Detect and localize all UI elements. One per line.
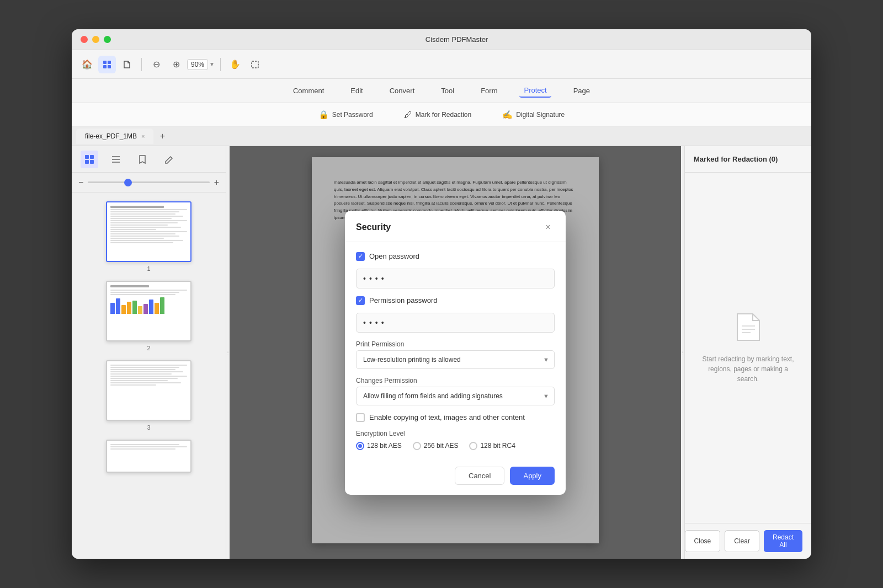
sidebar-left: − + [72,146,226,559]
zoom-out-button[interactable]: ⊖ [147,56,165,73]
sidebar-tools [72,146,226,173]
list-view-button[interactable] [107,151,125,168]
zoom-dropdown-icon[interactable]: ▼ [209,61,215,67]
menu-comment[interactable]: Comment [289,84,328,97]
checkmark-icon2: ✓ [358,297,363,304]
menu-edit[interactable]: Edit [346,84,367,97]
page-thumbnail-3[interactable]: 3 [106,360,192,431]
hand-tool-button[interactable]: ✋ [226,56,244,73]
tab-close-button[interactable]: × [141,133,145,140]
home-button[interactable]: 🏠 [78,56,96,73]
protect-toolbar: 🔒 Set Password 🖊 Mark for Redaction ✍ Di… [72,103,811,126]
radio-dot [358,444,362,448]
page-thumbnail-4[interactable] [106,440,192,473]
right-sidebar-footer: Close Clear Redact All [685,523,811,559]
redaction-icon: 🖊 [404,110,412,119]
enc-rc4128-label: 128 bit RC4 [480,442,515,450]
thumbnail-view-button[interactable] [81,151,98,168]
encryption-options: 128 bit AES 256 bit AES 128 bit RC4 [356,442,555,450]
menu-bar: Comment Edit Convert Tool Form Protect P… [72,79,811,103]
changes-permission-select[interactable]: Allow filling of form fields and adding … [356,387,555,405]
print-permission-section: Print Permission Low-resolution printing… [356,340,555,369]
zoom-slider[interactable] [88,181,209,183]
enc-rc4128-radio[interactable] [469,442,477,450]
maximize-window-button[interactable] [104,36,111,43]
enc-aes128-radio[interactable] [356,442,364,450]
lock-icon: 🔒 [318,110,329,120]
permission-password-row: ✓ Permission password [356,296,555,305]
active-tab[interactable]: file-ex_PDF_1MB × [76,129,153,144]
close-button[interactable]: Close [685,530,721,552]
annotate-button[interactable] [160,151,178,168]
zoom-level[interactable]: 90% [187,59,208,70]
svg-rect-5 [85,155,89,159]
svg-rect-2 [103,65,107,68]
redact-all-button[interactable]: Redact All [764,530,802,552]
zoom-in-button[interactable]: ⊕ [167,56,185,73]
mark-redaction-button[interactable]: 🖊 Mark for Redaction [400,108,476,121]
menu-protect[interactable]: Protect [519,84,551,98]
page-thumbnail-2[interactable]: 2 [106,281,192,351]
svg-rect-7 [85,160,89,164]
page-thumbnail-1[interactable]: 1 [106,201,192,272]
zoom-minus-button[interactable]: − [78,178,83,188]
open-password-label: Open password [369,252,419,260]
set-password-button[interactable]: 🔒 Set Password [314,108,377,122]
enc-aes256-option[interactable]: 256 bit AES [413,442,459,450]
close-window-button[interactable] [81,36,88,43]
permission-password-input[interactable] [356,313,555,333]
svg-rect-3 [108,65,111,68]
checkmark-icon: ✓ [358,253,363,260]
page-1-number: 1 [147,265,150,272]
security-modal: Security × ✓ Open password [345,211,566,495]
encryption-section: Encryption Level 128 bit AES [356,430,555,450]
permission-password-label: Permission password [369,296,438,304]
print-permission-select[interactable]: Low-resolution printing is allowed [356,350,555,369]
open-password-input[interactable] [356,269,555,288]
modal-close-button[interactable]: × [541,221,555,234]
zoom-slider-row: − + [72,173,226,193]
enc-aes128-option[interactable]: 128 bit AES [356,442,402,450]
print-permission-value: Low-resolution printing is allowed [363,356,461,364]
page-4-frame[interactable] [106,440,192,473]
app-title: Cisdem PDFMaster [111,35,802,44]
apply-button[interactable]: Apply [510,467,555,485]
menu-tool[interactable]: Tool [437,84,459,97]
set-password-label: Set Password [332,111,373,119]
digital-signature-button[interactable]: ✍ Digital Signature [498,108,569,122]
new-tab-button[interactable]: + [156,130,169,143]
print-permission-select-row: Low-resolution printing is allowed ▼ [356,350,555,369]
traffic-lights [81,36,111,43]
separator [141,58,142,71]
minimize-window-button[interactable] [92,36,99,43]
copy-content-checkbox[interactable] [356,413,365,422]
tab-name: file-ex_PDF_1MB [85,132,137,140]
clear-button[interactable]: Clear [725,530,759,552]
menu-page[interactable]: Page [569,84,594,97]
file-button[interactable] [118,56,136,73]
page-2-frame[interactable] [106,281,192,341]
permission-password-checkbox[interactable]: ✓ [356,296,365,305]
enc-rc4128-option[interactable]: 128 bit RC4 [469,442,515,450]
menu-convert[interactable]: Convert [385,84,419,97]
enc-aes256-radio[interactable] [413,442,421,450]
changes-permission-value: Allow filling of form fields and adding … [363,392,503,400]
page-1-frame[interactable] [106,201,192,262]
select-tool-button[interactable] [246,56,264,73]
zoom-thumb[interactable] [124,179,132,186]
modal-body: ✓ Open password ✓ Permission password [345,242,566,460]
zoom-plus-button[interactable]: + [214,178,219,188]
changes-permission-label: Changes Permission [356,377,555,384]
bookmark-button[interactable] [134,151,151,168]
page-3-frame[interactable] [106,360,192,421]
open-password-checkbox[interactable]: ✓ [356,252,365,261]
menu-form[interactable]: Form [476,84,502,97]
grid-view-button[interactable] [98,56,116,73]
changes-permission-select-row: Allow filling of form fields and adding … [356,387,555,405]
modal-footer: Cancel Apply [345,460,566,495]
changes-permission-section: Changes Permission Allow filling of form… [356,377,555,405]
modal-header: Security × [345,211,566,242]
encryption-level-label: Encryption Level [356,430,555,437]
redaction-empty-state: Start redacting by marking text, regions… [685,173,811,523]
cancel-button[interactable]: Cancel [455,467,504,485]
